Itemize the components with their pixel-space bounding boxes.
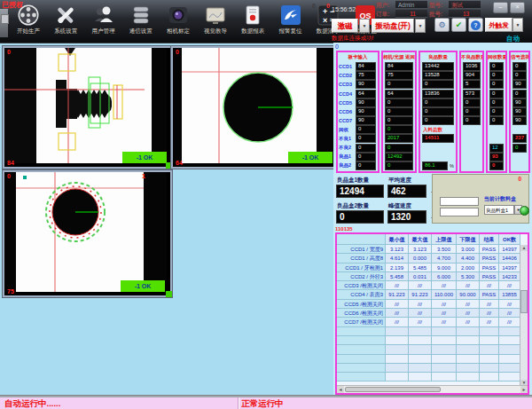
table-row[interactable]: CCD5 /检测关闭////////////////// (337, 300, 528, 309)
panel-row: 90 (511, 107, 528, 116)
camera1-result-badge: -1 OK (122, 152, 167, 163)
settings-gear-button[interactable]: ⚙ (434, 18, 450, 32)
panel-row: 0 (488, 62, 505, 71)
table-row[interactable]: CCD3 /检测关闭////////////////// (337, 281, 528, 290)
camera-view-1[interactable]: 0 84 -1 OK (3, 46, 172, 169)
toolbar-button-alarm-reset[interactable]: 报警复位 (271, 2, 309, 42)
panel-row-label: 良品2 (338, 162, 354, 169)
panel-row: 0 (420, 116, 456, 125)
panel-value: 0 (463, 98, 481, 107)
panel-group-4: 不良品数量10369045573000 (459, 51, 484, 173)
excite-button[interactable]: 激磁 (332, 19, 358, 33)
panel-row-label: 良品1 (338, 153, 354, 160)
toolbar-grip-handle[interactable] (1, 14, 9, 24)
status-bar: 自动运行中...... 正常运行中 (0, 397, 532, 409)
vibration-dropdown[interactable]: ▼ (415, 19, 426, 33)
toolbar-button-camera[interactable]: 相机标定 (160, 2, 197, 42)
hopper-zero-value: 0 (518, 176, 521, 182)
table-cell (457, 336, 480, 345)
panel-value: 0 (422, 80, 454, 89)
toolbar-button-tools[interactable]: 系统设置 (47, 2, 84, 42)
table-row[interactable]: CCD1 / 牙检测12.1395.4859.0002.000PASS14397 (337, 263, 528, 272)
horizontal-scroll-thumb[interactable] (345, 387, 441, 392)
panel-value: 90 (356, 116, 376, 125)
table-cell (432, 327, 457, 336)
peak-speed-label: 峰值速度 (388, 202, 411, 210)
panel-row-label: CCD2 (338, 73, 354, 78)
panel-value: 573 (463, 90, 481, 98)
panel-row: 75 (383, 71, 415, 80)
panel-column-header: 良品数量 (420, 52, 456, 62)
panel-value: 0 (356, 153, 376, 161)
panel-value: 12 (489, 144, 504, 153)
panel-row: 回收0 (338, 125, 378, 134)
panel-column-header: 相机/光源 返回 (383, 52, 415, 62)
table-horizontal-scrollbar[interactable]: ◄ ► (337, 385, 528, 393)
peak-speed-value: 1320 (387, 210, 426, 224)
table-header-cell: 上限值 (432, 234, 457, 245)
minimize-button[interactable]: – (493, 2, 508, 13)
trigger-dropdown[interactable]: ▼ (512, 18, 523, 32)
table-cell: /// (432, 300, 457, 309)
table-cell (337, 336, 386, 345)
help-button[interactable]: ? (468, 18, 483, 32)
current-box-select[interactable]: 良品料盒1 (484, 205, 514, 215)
panel-row-label: 不良2 (338, 145, 354, 151)
user-value: Admin (395, 1, 427, 9)
table-row-name: CCD7 /检测关闭 (337, 318, 386, 326)
panel-value: 237 (512, 134, 527, 143)
table-row[interactable]: CCD4 / 表面391.22391.223110.00090.000PASS1… (337, 290, 528, 299)
film-reel-icon (17, 4, 40, 27)
table-cell (386, 345, 409, 354)
yield-rate-value: 86.1 (422, 161, 448, 170)
scroll-right-icon[interactable]: ► (520, 386, 528, 393)
avg-speed-label: 平均速度 (388, 177, 411, 185)
hopper-input-1[interactable] (440, 197, 479, 206)
table-cell: 91.223 (409, 290, 432, 299)
panel-value: 13836 (422, 90, 454, 98)
table-cell (457, 373, 480, 381)
table-cell: 3.123 (409, 245, 432, 254)
hopper-input-2[interactable] (440, 208, 479, 216)
batch-value: 13 (449, 10, 481, 18)
panel-row-label: CCD7 (338, 118, 354, 123)
toolbar-button-report[interactable]: 数据报表 (234, 2, 271, 42)
table-row[interactable]: CCD1 / 宽度93.1233.1233.5003.000PASS14397 (337, 245, 528, 254)
table-row[interactable]: CCD1 / 高度84.6140.0004.7004.400PASS14406 (337, 254, 528, 263)
camera-view-2[interactable]: 0 64 -1 OK (171, 46, 340, 169)
table-cell: 0.031 (409, 272, 432, 281)
panel-value: 90 (512, 98, 527, 107)
panel-column-header: 信号选择 (511, 52, 528, 62)
panel-value: 13442 (422, 62, 454, 71)
toolbar-button-vision[interactable]: 视觉教导 (197, 2, 234, 42)
table-row-name: CCD1 / 高度8 (337, 254, 386, 263)
panel-row-label: CCD3 (338, 82, 354, 87)
table-row[interactable]: CCD7 /检测关闭////////////////// (337, 318, 528, 326)
toolbar-button-users[interactable]: 用户管理 (84, 2, 121, 42)
camera-view-3[interactable]: 0 1 75 -1 OK (3, 170, 172, 297)
toolbar-button-comm[interactable]: 通信设置 (122, 2, 160, 42)
vibration-bowl-button[interactable]: 振动盘(开) (372, 19, 414, 33)
yield-rate-unit: % (450, 163, 454, 169)
table-header-cell: 最小值 (386, 234, 409, 245)
panel-row: CCD184 (338, 62, 378, 71)
toolbar-button-film-reel[interactable]: 开始生产 (10, 2, 47, 42)
trigger-mode-button[interactable]: 外触发 (485, 18, 512, 32)
panel-row: 2017 (383, 134, 415, 143)
confirm-button[interactable]: ✔ (451, 18, 466, 32)
table-row[interactable]: CCD6 /检测关闭////////////////// (337, 309, 528, 318)
scroll-left-icon[interactable]: ◄ (337, 386, 344, 393)
panel-row: 12492 (383, 153, 415, 161)
scroll-up-icon[interactable]: ▲ (520, 245, 528, 251)
panel-row (511, 125, 528, 134)
excite-dropdown[interactable]: ▼ (359, 19, 370, 33)
close-button[interactable]: × (510, 2, 525, 13)
table-vertical-scrollbar[interactable]: ▲ ▼ (520, 245, 528, 386)
vertical-scroll-thumb[interactable] (520, 290, 528, 313)
table-cell: PASS (480, 263, 499, 272)
table-row[interactable]: CCD2 / 外径35.4580.0316.0005.300PASS14233 (337, 272, 528, 281)
table-cell (499, 327, 520, 336)
measurement-grid: 最小值最大值上限值下限值结果OK数CCD1 / 宽度93.1233.1233.5… (337, 234, 528, 381)
model-label: 型号: (429, 2, 442, 10)
panel-value: 0 (385, 161, 413, 170)
